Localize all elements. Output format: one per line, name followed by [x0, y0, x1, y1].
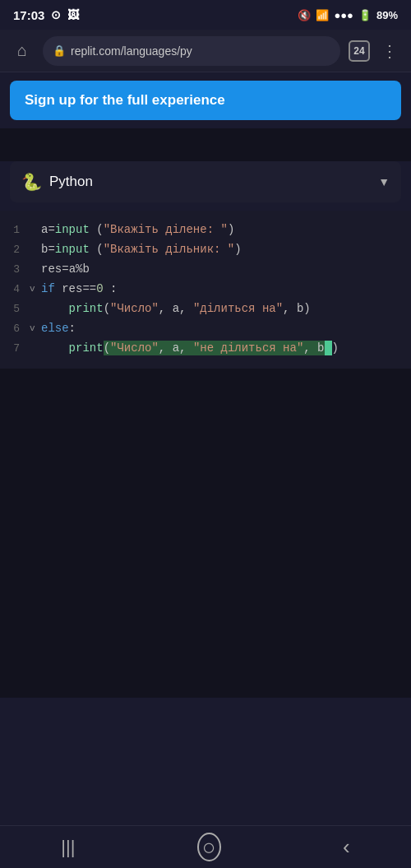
status-time: 17:03	[13, 8, 44, 22]
python-icon: 🐍	[21, 172, 41, 192]
dark-section	[0, 128, 411, 161]
url-text: replit.com/languages/py	[71, 44, 192, 58]
language-name: Python	[49, 174, 370, 190]
line-number-7: 7	[0, 339, 20, 358]
code-line-6: 6 v else:	[0, 319, 411, 339]
browser-bar: ⌂ 🔒 replit.com/languages/py 24 ⋮	[0, 30, 411, 72]
code-line-5: 5 print("Число", a, "ділиться на", b)	[0, 299, 411, 319]
code-content-4: if res==0 :	[41, 280, 117, 299]
line-number-1: 1	[0, 220, 20, 239]
screen-record-icon: ⊙	[51, 8, 61, 21]
code-content-5: print("Число", a, "ділиться на", b)	[41, 299, 311, 319]
code-content-7: print("Число", a, "не ділиться на", b)	[41, 339, 339, 359]
battery-icon: 🔋	[358, 9, 372, 21]
signup-banner[interactable]: Sign up for the full experience	[10, 81, 401, 120]
nav-back-button[interactable]: ‹	[326, 828, 367, 866]
photo-icon: 🖼	[67, 8, 79, 21]
address-bar[interactable]: 🔒 replit.com/languages/py	[43, 36, 340, 66]
code-editor[interactable]: 1 a=input ("Вкажіть ділене: ") 2 b=input…	[0, 211, 411, 369]
line-number-2: 2	[0, 240, 20, 259]
line-number-6: 6	[0, 319, 20, 338]
code-content-2: b=input ("Вкажіть дільник: ")	[41, 240, 242, 260]
home-icon: ⌂	[17, 41, 27, 60]
line-number-5: 5	[0, 299, 20, 318]
code-content-1: a=input ("Вкажіть ділене: ")	[41, 220, 234, 240]
code-line-2: 2 b=input ("Вкажіть дільник: ")	[0, 240, 411, 260]
signup-label: Sign up for the full experience	[25, 92, 225, 108]
chevron-down-icon: ▼	[378, 175, 390, 188]
mute-icon: 🔇	[298, 9, 311, 21]
nav-home-button[interactable]: ○	[181, 828, 238, 867]
browser-menu-button[interactable]: ⋮	[378, 41, 401, 61]
lock-icon: 🔒	[53, 44, 66, 57]
code-line-1: 1 a=input ("Вкажіть ділене: ")	[0, 220, 411, 240]
code-content-6: else:	[41, 319, 76, 339]
language-selector[interactable]: 🐍 Python ▼	[10, 161, 401, 202]
line-number-4: 4	[0, 280, 20, 299]
signal-icon: ●●●	[334, 9, 353, 21]
code-line-3: 3 res=a%b	[0, 260, 411, 280]
code-line-7: 7 print("Число", a, "не ділиться на", b)	[0, 339, 411, 359]
python-emoji: 🐍	[21, 172, 42, 192]
code-content-3: res=a%b	[41, 260, 90, 280]
nav-bar: ||| ○ ‹	[0, 825, 411, 868]
code-line-4: 4 v if res==0 :	[0, 280, 411, 299]
line-number-3: 3	[0, 260, 20, 279]
battery-percent: 89%	[376, 9, 398, 21]
home-button[interactable]: ⌂	[10, 39, 35, 63]
wifi-icon: 📶	[316, 9, 329, 21]
nav-home-icon: ○	[197, 833, 221, 861]
nav-menu-icon: |||	[61, 837, 75, 857]
nav-menu-button[interactable]: |||	[44, 830, 91, 865]
status-bar: 17:03 ⊙ 🖼 🔇 📶 ●●● 🔋 89%	[0, 0, 411, 30]
tab-count[interactable]: 24	[349, 40, 370, 62]
nav-back-icon: ‹	[343, 834, 350, 859]
bottom-area	[0, 369, 411, 698]
